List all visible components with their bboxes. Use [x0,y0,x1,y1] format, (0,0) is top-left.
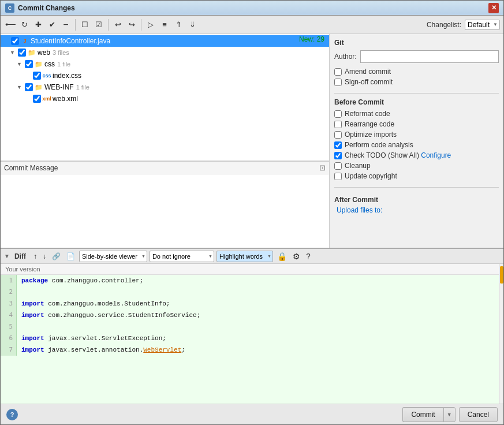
diff-down-btn[interactable]: ↓ [41,251,48,262]
title-bar: C Commit Changes ✕ [1,1,503,16]
commit-message-header: Commit Message ⊡ [1,162,329,174]
line-content-2 [17,289,25,296]
line-num-7: 7 [1,344,17,356]
tree-item-css[interactable]: ▼ 📁 css 1 file [1,58,329,70]
configure-link[interactable]: Configure [421,151,451,159]
highlight-dropdown-wrapper: Highlight words Highlight lines No highl… [216,251,273,262]
xml-file-icon: xml [42,95,51,103]
diff-section: ▼ Diff ↑ ↓ 🔗 📄 Side-by-side viewer Unifi… [1,248,503,404]
diff-lock-btn[interactable]: 🔒 [275,251,289,262]
toolbar-add-btn[interactable]: ✚ [32,18,44,31]
update-copyright-label[interactable]: Update copyright [345,172,397,180]
reformat-code-checkbox[interactable] [334,110,342,118]
diff-scrollbar-thumb [500,266,503,284]
toolbar-check-btn[interactable]: ✔ [46,18,58,31]
webinf-file-count: 1 file [76,84,89,91]
file-checkbox-index-css[interactable] [33,72,41,80]
diff-help-btn[interactable]: ? [304,251,312,262]
reformat-code-label[interactable]: Reformat code [345,110,390,118]
toolbar-move-up-btn[interactable]: ⇑ [172,18,185,31]
toolbar-checkbox2-btn[interactable]: ☑ [92,18,105,31]
line-num-6: 6 [1,333,17,344]
perform-analysis-checkbox[interactable] [334,141,342,149]
optimize-imports-checkbox[interactable] [334,131,342,139]
toolbar-undo-btn[interactable]: ↩ [111,18,124,31]
tree-item-web[interactable]: ▼ 📁 web 3 files [1,47,329,58]
commit-btn-wrapper: Commit ▼ [402,407,455,422]
toolbar-play-btn[interactable]: ▷ [144,18,157,31]
optimize-imports-label[interactable]: Optimize imports [345,131,397,139]
commit-message-expand-icon[interactable]: ⊡ [319,163,326,172]
file-checkbox-css-folder[interactable] [25,60,33,68]
check-todo-label[interactable]: Check TODO (Show All) Configure [345,151,451,159]
rearrange-code-checkbox[interactable] [334,121,342,128]
expand-web-icon[interactable]: ▼ [10,50,17,55]
cleanup-checkbox[interactable] [334,162,342,170]
check-todo-checkbox[interactable] [334,152,342,159]
tree-item-web-xml[interactable]: xml web.xml [1,93,329,105]
code-line-7: 7 import javax.servlet.annotation.WebSer… [1,344,503,356]
amend-commit-row: Amend commit [334,68,499,76]
author-label: Author: [334,53,357,61]
close-button[interactable]: ✕ [488,3,499,13]
toolbar-redo-btn[interactable]: ↪ [125,18,138,31]
css-file-count: 1 file [57,61,70,68]
perform-analysis-label[interactable]: Perform code analysis [345,141,413,149]
diff-scrollbar[interactable] [499,264,503,404]
signoff-commit-checkbox[interactable] [334,79,342,86]
before-commit-title: Before Commit [334,98,499,106]
author-input[interactable] [360,50,499,63]
help-button[interactable]: ? [6,409,18,420]
toolbar-checkbox-btn[interactable]: ☐ [79,18,91,31]
file-checkbox-web-xml[interactable] [33,95,41,103]
diff-file-btn[interactable]: 📄 [65,251,77,262]
file-checkbox-webinf[interactable] [25,83,33,91]
window-icon: C [5,3,14,13]
commit-dropdown-button[interactable]: ▼ [443,407,456,422]
toolbar-refresh-btn[interactable]: ↻ [18,18,31,31]
toolbar-back-btn[interactable]: ⟵ [4,18,17,31]
changelist-wrapper: Default [465,20,500,30]
toolbar-minus-btn[interactable]: − [59,18,72,31]
amend-commit-checkbox[interactable] [334,68,342,76]
tree-item-webinf[interactable]: ▼ 📁 WEB-INF 1 file [1,81,329,93]
viewer-select[interactable]: Side-by-side viewer Unified viewer [79,251,147,262]
toolbar-move-down-btn[interactable]: ⇓ [186,18,199,31]
expand-webinf-icon[interactable]: ▼ [17,84,24,90]
toolbar-list-btn[interactable]: ≡ [158,18,171,31]
commit-button[interactable]: Commit [402,407,443,422]
highlight-select[interactable]: Highlight words Highlight lines No highl… [216,251,273,262]
tree-item-student-controller[interactable]: J StudentInfoController.java [1,35,329,47]
diff-settings-btn[interactable]: ⚙ [291,251,302,262]
signoff-commit-label[interactable]: Sign-off commit [345,78,393,86]
tree-item-index-css[interactable]: css index.css [1,70,329,81]
file-checkbox-web[interactable] [18,49,26,57]
ignore-select[interactable]: Do not ignore Ignore whitespace [150,251,214,262]
expand-css-icon[interactable]: ▼ [17,61,24,67]
folder-name-css: css [44,60,55,68]
rearrange-code-label[interactable]: Rearrange code [345,120,394,128]
file-checkbox-controller[interactable] [11,37,19,45]
cancel-button[interactable]: Cancel [459,407,498,422]
cleanup-label[interactable]: Cleanup [345,162,371,170]
code-line-3: 3 import com.zhangguo.models.StudentInfo… [1,298,503,310]
changelist-select[interactable]: Default [465,20,500,30]
file-tree[interactable]: J StudentInfoController.java ▼ 📁 web 3 f… [1,34,329,161]
folder-name-webinf: WEB-INF [44,83,74,91]
diff-collapse-icon[interactable]: ▼ [4,253,10,259]
reformat-code-row: Reformat code [334,110,499,118]
update-copyright-checkbox[interactable] [334,173,342,180]
diff-link-btn[interactable]: 🔗 [50,251,62,262]
changelist-label: Changelist: [427,21,461,29]
main-toolbar: ⟵ ↻ ✚ ✔ − ☐ ☑ ↩ ↪ ▷ ≡ ⇑ ⇓ Changelist: De… [1,16,503,34]
bottom-actions: Commit ▼ Cancel [402,407,498,422]
code-line-2: 2 [1,286,503,298]
diff-content[interactable]: Your version 1 package com.zhangguo.cont… [1,264,503,404]
perform-analysis-row: Perform code analysis [334,141,499,149]
new-count-label: New: 29 [299,35,324,43]
amend-commit-label[interactable]: Amend commit [345,68,391,76]
diff-code-block: 1 package com.zhangguo.controller; 2 3 i… [1,275,503,356]
commit-message-input[interactable] [1,174,329,248]
toolbar-separator-1 [75,19,76,31]
diff-up-btn[interactable]: ↑ [32,251,39,262]
